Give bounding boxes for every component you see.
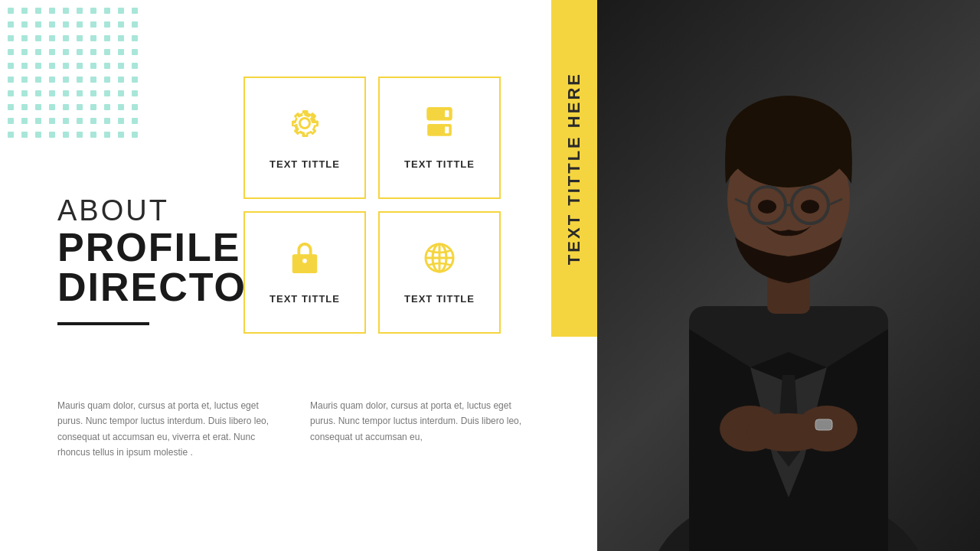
globe-icon [423, 241, 456, 282]
server-icon [424, 106, 455, 148]
dot-grid-decoration [0, 0, 138, 138]
cards-grid: TEXT TITTLE TEXT TITTLE TE [243, 77, 501, 334]
svg-rect-4 [445, 126, 449, 133]
underline-bar [57, 322, 149, 325]
gear-icon [288, 106, 322, 148]
vertical-banner-text: TEXT TITTLE HERE [564, 72, 584, 265]
svg-point-20 [801, 200, 819, 214]
left-panel: ABOUT PROFILE DIRECTOR TEXT TITTLE [0, 0, 597, 551]
card-2[interactable]: TEXT TITTLE [378, 77, 501, 199]
svg-rect-24 [815, 419, 832, 430]
svg-point-19 [758, 200, 776, 214]
body-col-1: Mauris quam dolor, cursus at porta et, l… [57, 398, 279, 461]
body-text-section: Mauris quam dolor, cursus at porta et, l… [57, 398, 532, 461]
lock-icon [291, 241, 318, 282]
card-3-label: TEXT TITTLE [270, 293, 340, 305]
vertical-banner: TEXT TITTLE HERE [551, 0, 597, 337]
person-figure [597, 0, 980, 551]
right-panel [597, 0, 980, 551]
body-col-2: Mauris quam dolor, cursus at porta et, l… [310, 398, 532, 461]
card-1[interactable]: TEXT TITTLE [243, 77, 366, 199]
card-1-label: TEXT TITTLE [270, 158, 340, 170]
card-2-label: TEXT TITTLE [404, 158, 475, 170]
card-4[interactable]: TEXT TITTLE [378, 211, 501, 334]
svg-rect-3 [445, 110, 449, 117]
card-3[interactable]: TEXT TITTLE [243, 211, 366, 334]
svg-point-23 [746, 413, 831, 452]
card-4-label: TEXT TITTLE [404, 293, 475, 305]
